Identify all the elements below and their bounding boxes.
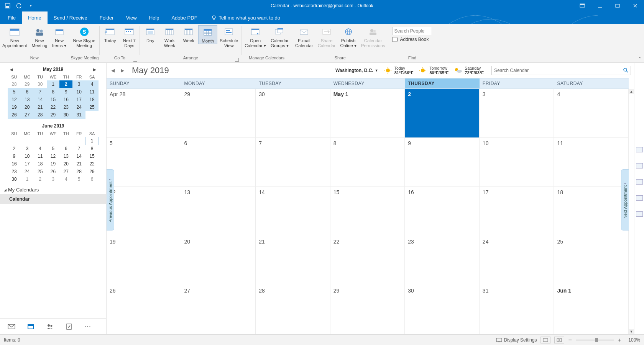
- calendar-cell[interactable]: 27: [181, 285, 256, 334]
- zoom-level[interactable]: 100%: [625, 337, 640, 343]
- peek-icon[interactable]: [636, 147, 643, 152]
- mini-day-cell[interactable]: 30: [34, 80, 47, 88]
- calendar-cell[interactable]: 7: [256, 138, 330, 187]
- new-items-button[interactable]: New Items ▾: [50, 25, 69, 48]
- email-calendar-button[interactable]: E-mail Calendar: [293, 25, 315, 48]
- next-7-days-button[interactable]: Next 7 Days: [120, 25, 139, 48]
- tell-me-search[interactable]: Tell me what you want to do: [204, 11, 280, 24]
- mini-day-cell[interactable]: 20: [59, 160, 72, 168]
- tab-adobe-pdf[interactable]: Adobe PDF: [165, 11, 203, 24]
- zoom-in-icon[interactable]: +: [618, 337, 621, 343]
- mini-day-cell[interactable]: 6: [21, 88, 34, 96]
- mini-day-cell[interactable]: 15: [47, 96, 60, 103]
- calendar-cell[interactable]: 30: [405, 285, 480, 334]
- mini-day-cell[interactable]: 29: [47, 111, 60, 119]
- calendar-cell[interactable]: 22: [330, 236, 405, 285]
- mini-day-cell[interactable]: 23: [59, 103, 72, 111]
- display-settings-button[interactable]: Display Settings: [496, 337, 537, 343]
- calendar-cell[interactable]: Jun 1: [554, 285, 629, 334]
- tab-help[interactable]: Help: [143, 11, 166, 24]
- work-week-button[interactable]: Work Week: [160, 25, 179, 48]
- mail-icon[interactable]: [8, 323, 15, 330]
- week-view-button[interactable]: Week: [179, 25, 198, 43]
- calendar-cell[interactable]: 25: [554, 236, 629, 285]
- new-skype-meeting-button[interactable]: SNew Skype Meeting: [71, 25, 98, 48]
- mini-day-cell[interactable]: 17: [72, 96, 85, 103]
- mini-day-cell[interactable]: 18: [34, 160, 47, 168]
- mini-day-cell[interactable]: 30: [8, 175, 21, 183]
- calendar-cell[interactable]: 12: [107, 187, 181, 236]
- mini-day-cell[interactable]: 11: [34, 152, 47, 160]
- calendar-cell[interactable]: 20: [181, 236, 256, 285]
- search-icon[interactable]: [623, 67, 628, 74]
- tasks-nav-icon[interactable]: [65, 323, 73, 330]
- qat-save-icon[interactable]: [5, 3, 11, 9]
- mini-day-cell[interactable]: 1: [47, 80, 60, 88]
- peek-icon[interactable]: [636, 163, 643, 168]
- dialog-launcher-icon[interactable]: [235, 58, 239, 62]
- search-people-input[interactable]: [392, 27, 432, 35]
- new-meeting-button[interactable]: New Meeting: [30, 25, 50, 48]
- mini-day-cell[interactable]: 6: [59, 145, 72, 152]
- mini-day-cell[interactable]: 28: [34, 111, 47, 119]
- reading-view-icon[interactable]: [554, 337, 564, 343]
- qat-customize-icon[interactable]: ▾: [28, 3, 34, 9]
- mini-day-cell[interactable]: 6: [85, 175, 99, 183]
- mini-day-cell[interactable]: 9: [59, 88, 72, 96]
- prev-period-icon[interactable]: ◀: [110, 67, 116, 74]
- mini-day-cell[interactable]: 2: [34, 175, 47, 183]
- mini-day-cell[interactable]: 24: [72, 103, 85, 111]
- mini-day-cell[interactable]: 13: [21, 96, 34, 103]
- mini-day-cell[interactable]: 19: [47, 160, 60, 168]
- open-calendar-button[interactable]: Open Calendar ▾: [242, 25, 268, 48]
- mini-day-cell[interactable]: 28: [72, 168, 85, 175]
- collapse-ribbon-icon[interactable]: ⌃: [638, 56, 642, 62]
- mini-day-cell[interactable]: 3: [72, 80, 85, 88]
- calendar-cell[interactable]: 16: [405, 187, 480, 236]
- mini-day-cell[interactable]: 2: [59, 80, 72, 88]
- calendar-cell[interactable]: 19: [107, 236, 181, 285]
- mini-day-cell[interactable]: 8: [47, 88, 60, 96]
- mini-day-cell[interactable]: 15: [85, 152, 99, 160]
- calendar-cell[interactable]: 9: [405, 138, 480, 187]
- mini-day-cell[interactable]: 19: [8, 103, 21, 111]
- tab-file[interactable]: File: [2, 11, 22, 24]
- calendar-cell[interactable]: 5: [107, 138, 181, 187]
- mini-day-cell[interactable]: 31: [72, 111, 85, 119]
- peek-icon[interactable]: [636, 211, 643, 217]
- zoom-slider[interactable]: [576, 340, 614, 340]
- ribbon-display-options-icon[interactable]: [573, 0, 591, 11]
- calendar-cell[interactable]: 14: [256, 187, 330, 236]
- my-calendars-toggle[interactable]: ◢My Calendars: [0, 184, 106, 194]
- mini-day-cell[interactable]: 1: [85, 137, 99, 145]
- month-view-button[interactable]: Month: [198, 25, 217, 44]
- mini-day-cell[interactable]: 7: [34, 88, 47, 96]
- mini-day-cell[interactable]: 27: [59, 168, 72, 175]
- mini-day-cell[interactable]: 1: [21, 175, 34, 183]
- mini-day-cell[interactable]: 18: [85, 96, 99, 103]
- calendar-cell[interactable]: 3: [480, 89, 554, 138]
- mini-day-cell[interactable]: 22: [85, 160, 99, 168]
- mini-day-cell[interactable]: 4: [85, 80, 99, 88]
- next-appointment-button[interactable]: →Next Appointment: [621, 169, 629, 231]
- mini-day-cell[interactable]: 27: [21, 111, 34, 119]
- mini-day-cell[interactable]: 20: [21, 103, 34, 111]
- mini-day-cell[interactable]: 25: [34, 168, 47, 175]
- today-button[interactable]: Today: [100, 25, 120, 43]
- mini-day-cell[interactable]: 7: [72, 145, 85, 152]
- mini-day-cell[interactable]: 16: [59, 96, 72, 103]
- mini-day-cell[interactable]: 12: [47, 152, 60, 160]
- calendar-cell[interactable]: May 1: [330, 89, 405, 138]
- new-appointment-button[interactable]: New Appointment: [0, 25, 30, 48]
- peek-icon[interactable]: [636, 179, 643, 185]
- tab-send-receive[interactable]: Send / Receive: [48, 11, 94, 24]
- mini-day-cell[interactable]: 4: [59, 175, 72, 183]
- search-calendar-input[interactable]: [494, 68, 623, 73]
- calendar-cell[interactable]: 6: [181, 138, 256, 187]
- mini-day-cell[interactable]: 3: [21, 145, 34, 152]
- weather-saturday[interactable]: Saturday72°F/63°F: [453, 66, 484, 75]
- calendar-item[interactable]: Calendar: [0, 194, 106, 204]
- peek-icon[interactable]: [636, 195, 643, 201]
- mini-day-cell[interactable]: 14: [72, 152, 85, 160]
- calendar-cell[interactable]: 10: [480, 138, 554, 187]
